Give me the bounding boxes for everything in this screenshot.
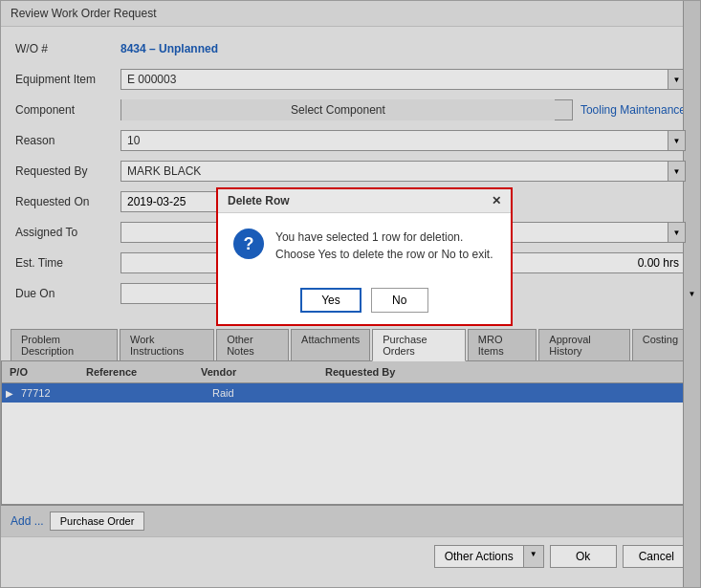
yes-button[interactable]: Yes	[300, 288, 361, 313]
modal-title-text: Delete Row	[228, 194, 290, 207]
modal-message-line1: You have selected 1 row for deletion.	[275, 229, 493, 246]
main-window: Review Work Order Request W/O # 8434 – U…	[0, 0, 701, 588]
modal-question-icon: ?	[233, 229, 264, 259]
modal-body: ? You have selected 1 row for deletion. …	[218, 213, 511, 278]
modal-message: You have selected 1 row for deletion. Ch…	[275, 229, 493, 263]
no-button[interactable]: No	[371, 288, 428, 313]
modal-footer: Yes No	[218, 278, 511, 324]
delete-row-dialog: Delete Row ✕ ? You have selected 1 row f…	[216, 187, 513, 326]
modal-close-button[interactable]: ✕	[492, 194, 501, 207]
modal-title-bar: Delete Row ✕	[218, 189, 511, 213]
modal-message-line2: Choose Yes to delete the row or No to ex…	[275, 246, 493, 263]
